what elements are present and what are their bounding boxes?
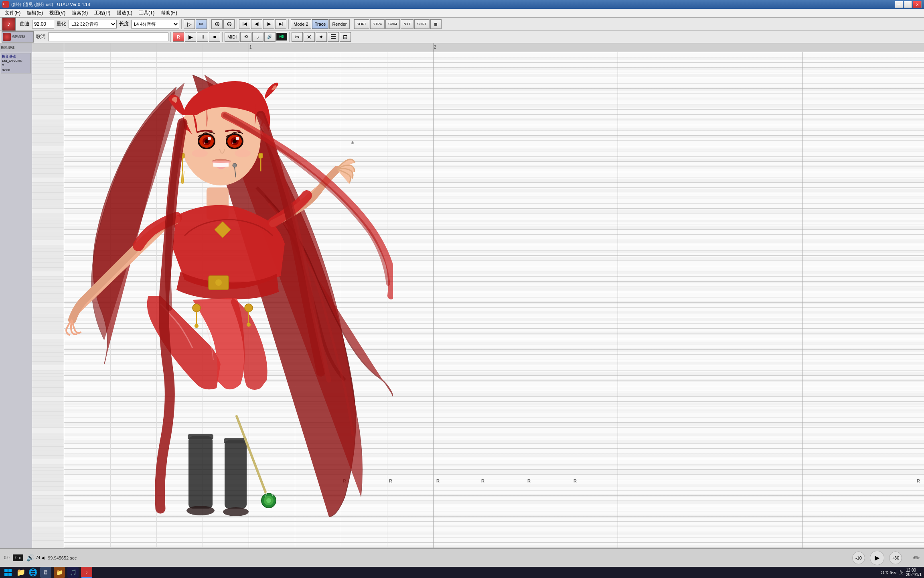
trace-btn[interactable]: Trace: [312, 19, 329, 29]
duration-display: 99.945652 sec: [48, 556, 77, 560]
spa4-btn[interactable]: SPA4: [385, 19, 400, 29]
stop-btn[interactable]: ■: [209, 32, 220, 42]
file-explorer-btn[interactable]: 📁: [16, 568, 26, 577]
grid-btn2[interactable]: ✕: [304, 32, 315, 42]
menu-view[interactable]: 视图(V): [46, 9, 69, 17]
quantize-select[interactable]: L32 32分音符: [69, 20, 117, 28]
ruler: 1 2: [64, 43, 924, 52]
svg-rect-43: [4, 569, 8, 572]
pause-btn[interactable]: ⏸: [197, 32, 208, 42]
prev-bar-btn[interactable]: ◀|: [251, 19, 262, 29]
menu-search[interactable]: 搜索(S): [69, 9, 91, 17]
close-btn[interactable]: ✕: [913, 1, 922, 8]
r-marker-2: R: [389, 478, 392, 483]
app-icon-2[interactable]: 📁: [54, 567, 65, 578]
menu-file[interactable]: 文件(F): [2, 9, 24, 17]
grid-btn4[interactable]: ☰: [328, 32, 339, 42]
beat-sub-6: [387, 52, 387, 548]
tempo-label: 曲速: [18, 20, 31, 27]
zoom-out-btn[interactable]: ⊖: [223, 19, 235, 29]
start-button[interactable]: [2, 567, 14, 578]
language-indicator[interactable]: 英: [899, 570, 904, 576]
ruler-mark-1: 1: [249, 43, 252, 49]
soft-btn[interactable]: SOFT: [354, 19, 369, 29]
go-end-btn[interactable]: ▶|: [275, 19, 286, 29]
track-col-name: 拖音:基础: [1, 45, 14, 50]
stp4-btn[interactable]: STP4: [370, 19, 385, 29]
menu-edit[interactable]: 编辑(E): [24, 9, 46, 17]
tempo-input[interactable]: [32, 20, 54, 28]
piano-roll-grid[interactable]: R R R R R R R ✱: [64, 52, 924, 548]
volume-panel: 0 ●: [13, 554, 23, 561]
transport-controls: -10 ▶ +30: [852, 551, 902, 565]
rec-btn[interactable]: R: [173, 32, 184, 42]
header-row: 拖音:基础 1 2: [0, 43, 924, 52]
weather-widget[interactable]: 31°C 多云: [880, 570, 897, 575]
title-bar: ♪ (部分 (遗见 (部分.ust) - UTAU Ver 0.4.18 ─ □…: [0, 0, 924, 9]
mode2-btn[interactable]: Mode 2: [291, 19, 311, 29]
vol-btn[interactable]: 🔊: [264, 32, 276, 42]
r-marker-4: R: [481, 478, 484, 483]
track-row-item[interactable]: 拖音:基础 Era_CVVCHN S 92.00: [1, 53, 31, 73]
maximize-btn[interactable]: □: [904, 1, 912, 8]
system-clock: 12:00 2024/1/1: [906, 568, 922, 577]
sep3: [237, 19, 237, 29]
sep1: [181, 19, 182, 29]
r-markers-row: R R R R R R R: [64, 478, 924, 484]
sep5: [352, 19, 352, 29]
track-details: 拖音:基础: [12, 35, 25, 39]
singer-thumbnail[interactable]: ♪: [2, 17, 16, 31]
lyric-input[interactable]: [48, 33, 168, 41]
taskbar: 📁 🌐 🖥 📁 🎵 ♪ 31°C 多云 英 12:00 2024/1/1: [0, 567, 924, 578]
skip-back-btn[interactable]: -10: [852, 552, 865, 564]
vol-display: 00: [276, 33, 287, 41]
lyric-label: 歌词: [34, 33, 47, 40]
speaker-icon: 🔊: [26, 554, 34, 562]
track-avatar: [3, 33, 11, 41]
toolbar-main: ♪ 曲速 量化 L32 32分音符 长度 L4 4分音符 ▷ ✏ ⊕ ⊖ |◀ …: [0, 18, 924, 31]
status-bar: 0.0 0 ● 🔊 74 ◀ 99.945652 sec -10 ▶ +30 ✏: [0, 548, 924, 567]
grid-btn1[interactable]: ✂: [292, 32, 303, 42]
app-icon: ♪: [2, 1, 9, 8]
skip-fwd-btn[interactable]: +30: [889, 552, 902, 564]
loop-btn[interactable]: ⟲: [240, 32, 251, 42]
metronome-btn[interactable]: ♪: [252, 32, 263, 42]
piano-header: [32, 43, 64, 52]
menu-project[interactable]: 工程(P): [91, 9, 113, 17]
browser-btn[interactable]: 🌐: [28, 568, 38, 577]
beat-line: [156, 43, 157, 52]
utau-taskbar-btn[interactable]: ♪: [81, 567, 92, 578]
transport-play-btn[interactable]: ▶: [870, 551, 884, 565]
menu-playback[interactable]: 播放(L): [113, 9, 136, 17]
select-tool-btn[interactable]: ▷: [184, 19, 195, 29]
position-label: 0.0: [4, 556, 10, 560]
menu-help[interactable]: 帮助(H): [158, 9, 180, 17]
nxt-btn[interactable]: NXT: [401, 19, 413, 29]
ruler-mark-2: 2: [433, 43, 436, 49]
music-app-btn[interactable]: 🎵: [67, 567, 79, 578]
play-btn[interactable]: ▶: [185, 32, 196, 42]
pencil-icon: ✏: [913, 554, 920, 562]
zoom-in-btn[interactable]: ⊕: [211, 19, 223, 29]
app-icon-1[interactable]: 🖥: [40, 567, 51, 578]
sep2: [209, 19, 209, 29]
menu-tools[interactable]: 工具(T): [136, 9, 158, 17]
beat-sub-2: [156, 52, 157, 548]
grid-btn3[interactable]: ✦: [316, 32, 327, 42]
render-btn[interactable]: Render: [329, 19, 349, 29]
width-select[interactable]: L4 4分音符: [131, 20, 179, 28]
midi-btn[interactable]: MIDI: [225, 32, 239, 42]
windows-logo-icon: [4, 568, 12, 576]
edit-icon-panel[interactable]: ✏: [913, 553, 920, 563]
grid-btn5[interactable]: ⊟: [340, 32, 351, 42]
minimize-btn[interactable]: ─: [895, 1, 903, 8]
sep4: [288, 19, 289, 29]
shift-btn[interactable]: SHFT: [414, 19, 430, 29]
pen-tool-btn[interactable]: ✏: [196, 19, 207, 29]
extra-btn[interactable]: ▦: [430, 19, 442, 29]
system-tray: 31°C 多云 英 12:00 2024/1/1: [880, 568, 922, 577]
speaker-control[interactable]: 🔊 74 ◀: [26, 554, 45, 562]
next-bar-btn[interactable]: |▶: [263, 19, 274, 29]
go-start-btn[interactable]: |◀: [239, 19, 250, 29]
track-row-container: 拖音:基础 Era_CVVCHN S 92.00: [0, 52, 32, 548]
